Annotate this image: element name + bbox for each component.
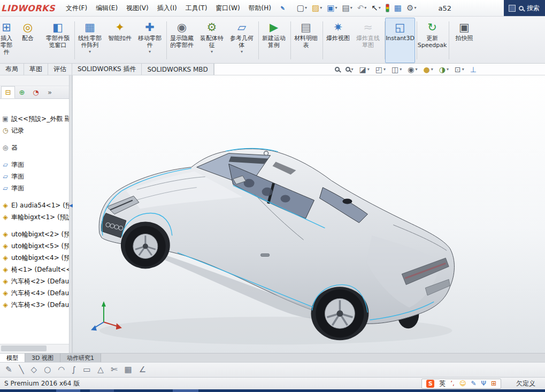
polygon-tool-icon[interactable]: △ [97, 366, 104, 374]
scrollbar-thumb[interactable] [1, 345, 47, 351]
tree-item[interactable]: ◈ uto輪bigxt<4> (預設<< [0, 252, 69, 264]
menu-item[interactable]: 编辑(E) [91, 0, 122, 16]
rhombus-tool-icon[interactable]: ◇ [31, 366, 37, 374]
ribbon-button-label: 配合 [22, 35, 34, 42]
command-tab[interactable]: 评估 [48, 64, 72, 75]
zoom-area-icon[interactable]: ▾ [346, 67, 354, 72]
menu-item[interactable]: 视图(V) [122, 0, 153, 16]
menu-item[interactable]: 窗口(W) [211, 0, 244, 16]
ribbon-button[interactable]: ▱ 参考几何体 ▾ [227, 18, 257, 63]
search-box[interactable]: 搜索 [504, 0, 545, 16]
ribbon-button[interactable]: ▶ 新建运动算例 ▾ [259, 18, 289, 63]
ribbon-button[interactable]: ◎ 配合 ▾ [13, 18, 43, 63]
tree-item[interactable]: ◈ 汽车椅<4> (Default<<De [0, 287, 69, 299]
ribbon-button[interactable]: ▣ 拍快照 ▾ [449, 18, 479, 63]
ime-language-label[interactable]: 英 [439, 380, 446, 387]
ribbon-button[interactable]: ⚙ 装配体特征 ▾ [197, 18, 227, 63]
rectangle-tool-icon[interactable]: ▭ [83, 366, 90, 374]
chevron-down-icon: ▾ [351, 67, 354, 72]
undo-icon[interactable]: ↶ ▾ [356, 3, 369, 13]
search-scope-icon[interactable] [509, 5, 516, 12]
taskbar-window-button[interactable] [56, 389, 80, 392]
ime-toolbox-icon[interactable]: ⊞ [491, 380, 496, 387]
section-view-icon[interactable]: ◪ ▾ [359, 66, 370, 73]
ribbon-button[interactable]: ▦ 线性零部件阵列 ▾ [75, 18, 105, 63]
tree-item[interactable]: ▱ 準面 [0, 171, 69, 182]
view-tab[interactable]: 动作研究1 [60, 353, 101, 362]
viewport-3d[interactable] [73, 75, 545, 353]
view-tab[interactable]: 模型 [0, 353, 25, 362]
dimension-tool-icon[interactable]: ∠ [139, 366, 146, 374]
ribbon-button[interactable]: ↻ 更新 Speedpak ▾ [417, 18, 447, 63]
taskbar-window-button[interactable] [173, 389, 198, 392]
trim-tool-icon[interactable]: ✄ [111, 366, 118, 374]
collapse-panel-icon[interactable]: ◀ [69, 203, 73, 353]
ribbon-button[interactable]: ◉ 显示隐藏的零部件 ▾ [167, 18, 197, 63]
ribbon-button[interactable]: ✷ 爆炸视图 ▾ [323, 18, 353, 63]
select-arrow-icon[interactable]: ↖ ▾ [370, 3, 382, 13]
display-style-icon[interactable]: ◫ ▾ [392, 66, 402, 73]
pattern-tool-icon[interactable]: ▦ [124, 366, 132, 374]
save-icon[interactable]: ▣ ▾ [325, 3, 339, 13]
propertymanager-tab[interactable]: ⊕ [15, 86, 29, 98]
tree-item[interactable]: ◈ 汽车椅<2> (Default<<De [0, 275, 69, 287]
edit-appearance-icon[interactable]: ● ▾ [424, 66, 433, 73]
task-pane-icon[interactable]: ▦ ▾ [393, 3, 403, 13]
apply-scene-icon[interactable]: ◑ ▾ [439, 66, 449, 73]
menu-item[interactable]: 插入(I) [153, 0, 181, 16]
ribbon-button[interactable]: ✚ 移动零部件 ▾ [135, 18, 165, 63]
print-icon[interactable]: ▤ ▾ [340, 3, 354, 13]
command-tab[interactable]: SOLIDWORKS MBD [142, 64, 213, 75]
panel-splitter[interactable]: ◀ [69, 75, 73, 353]
ribbon-button[interactable]: ⊞ 插入零部件 ▾ [0, 18, 13, 63]
displaymanager-tab[interactable]: ◔ [29, 86, 43, 98]
spline-tool-icon[interactable]: ∫ [72, 366, 76, 374]
menu-item[interactable]: 文件(F) [62, 0, 91, 16]
zoom-fit-icon[interactable]: ▾ [335, 67, 340, 72]
tree-item[interactable]: ◈ uto輪bigxt<2> (預設<< [0, 228, 69, 240]
tree-item[interactable]: ◷ 记录 [0, 125, 69, 136]
options-gear-icon[interactable]: ⚙ ▾ [405, 3, 418, 13]
open-icon[interactable]: ▨ ▾ [310, 3, 324, 13]
ribbon-button[interactable]: ≈ 爆炸直线草图 ▾ [353, 18, 383, 63]
view-settings-icon[interactable]: ⊡ ▾ [455, 66, 464, 73]
tree-item[interactable]: ◈ 車輪bigxt<1> (預設<<預 [0, 211, 69, 223]
line-tool-icon[interactable]: ╲ [19, 366, 24, 374]
tree-item[interactable]: ◈ uto輪bigxt<5> (預設<< [0, 240, 69, 252]
menu-item[interactable]: 工具(T) [181, 0, 212, 16]
taskbar-window-button[interactable] [90, 389, 114, 392]
traffic-light-icon[interactable]: ▾ [384, 3, 391, 13]
circle-tool-icon[interactable]: ○ [44, 366, 51, 374]
ime-punctuation-label[interactable]: ’, [450, 380, 455, 387]
view-orientation-icon[interactable]: ◰ ▾ [375, 66, 386, 73]
command-tab[interactable]: 布局 [0, 64, 24, 75]
ribbon-button[interactable]: ▤ 材料明细表 ▾ [291, 18, 321, 63]
tree-item[interactable]: ◈ E) audia54<1> (預設<< [0, 199, 69, 211]
pin-icon[interactable]: ✒ [278, 3, 287, 13]
arc-tool-icon[interactable]: ◠ [58, 366, 65, 374]
tree-item[interactable]: ▣ 設<<預設>_外觀 顯示狀 [0, 113, 69, 125]
menu-item[interactable]: 帮助(H) [244, 0, 275, 16]
tree-item[interactable]: ◎ 器 [0, 142, 69, 153]
tree-horizontal-scrollbar[interactable] [0, 344, 69, 352]
tree-item[interactable]: ◈ 椅<1> (Default<<Defau [0, 264, 69, 275]
pencil-tool-icon[interactable]: ✎ [5, 366, 12, 374]
hide-show-items-icon[interactable]: ◉ ▾ [408, 66, 417, 73]
command-tab[interactable]: 草图 [24, 64, 48, 75]
sogou-logo-icon[interactable]: S [426, 380, 434, 388]
command-tab[interactable]: SOLIDWORKS 插件 [72, 64, 142, 75]
tree-item[interactable]: ▱ 準面 [0, 159, 69, 171]
ime-pen-icon[interactable]: ✎ [471, 380, 476, 387]
ribbon-button[interactable]: ✦ 智能扣件 ▾ [105, 18, 135, 63]
featuremanager-tab[interactable]: ⊟ [1, 86, 15, 98]
ribbon-button[interactable]: ◧ 零部件预览窗口 ▾ [43, 18, 73, 63]
tree-item[interactable]: ▱ 準面 [0, 182, 69, 194]
ime-emoji-icon[interactable]: ☺ [459, 380, 466, 387]
view-tab[interactable]: 3D 视图 [25, 353, 60, 362]
panel-chevron-icon[interactable]: » [43, 86, 57, 98]
mic-icon[interactable]: Ψ [481, 380, 486, 387]
new-document-icon[interactable]: ▢ ▾ [295, 3, 309, 13]
ribbon-button[interactable]: ◱ Instant3D ▾ [385, 18, 415, 63]
tree-item[interactable]: ◈ 汽车椅<3> (Default<<De [0, 299, 69, 311]
reference-axis-icon[interactable]: ⊥ ▾ [470, 66, 477, 73]
